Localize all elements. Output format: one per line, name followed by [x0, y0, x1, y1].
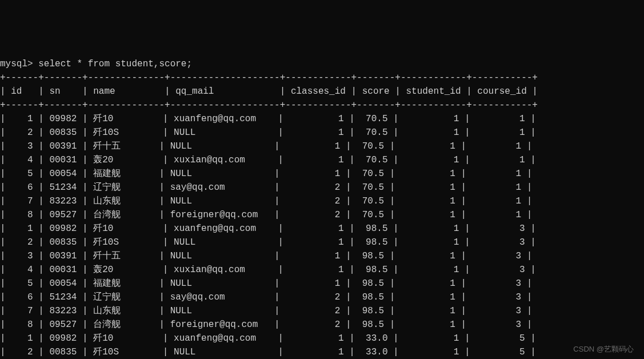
- table-border-mid: +------+-------+--------------+---------…: [0, 98, 644, 112]
- table-row: | 6 | 51234 | 辽宁舰 | say@qq.com | 2 | 98.…: [0, 290, 644, 304]
- watermark-text: CSDN @艺颗码心: [573, 344, 634, 355]
- table-row: | 2 | 00835 | 歼10S | NULL | 1 | 33.0 | 1…: [0, 345, 644, 359]
- table-row: | 5 | 00054 | 福建舰 | NULL | 1 | 70.5 | 1 …: [0, 167, 644, 181]
- table-header-row: | id | sn | name | qq_mail | classes_id …: [0, 85, 644, 98]
- table-row: | 3 | 00391 | 歼十五 | NULL | 1 | 70.5 | 1 …: [0, 139, 644, 153]
- table-row: | 1 | 09982 | 歼10 | xuanfeng@qq.com | 1 …: [0, 332, 644, 345]
- terminal-output: mysql> select * from student,score;+----…: [0, 57, 644, 359]
- table-row: | 4 | 00031 | 轰20 | xuxian@qq.com | 1 | …: [0, 153, 644, 167]
- table-row: | 8 | 09527 | 台湾舰 | foreigner@qq.com | 2…: [0, 208, 644, 222]
- table-row: | 8 | 09527 | 台湾舰 | foreigner@qq.com | 2…: [0, 318, 644, 332]
- table-row: | 6 | 51234 | 辽宁舰 | say@qq.com | 2 | 70.…: [0, 181, 644, 194]
- table-border-top: +------+-------+--------------+---------…: [0, 71, 644, 85]
- mysql-prompt: mysql>: [0, 59, 38, 69]
- table-row: | 5 | 00054 | 福建舰 | NULL | 1 | 98.5 | 1 …: [0, 277, 644, 290]
- sql-query: select * from student,score;: [38, 59, 192, 69]
- table-row: | 2 | 00835 | 歼10S | NULL | 1 | 70.5 | 1…: [0, 126, 644, 139]
- table-row: | 2 | 00835 | 歼10S | NULL | 1 | 98.5 | 1…: [0, 236, 644, 249]
- table-row: | 1 | 09982 | 歼10 | xuanfeng@qq.com | 1 …: [0, 222, 644, 236]
- table-row: | 1 | 09982 | 歼10 | xuanfeng@qq.com | 1 …: [0, 112, 644, 126]
- table-row: | 7 | 83223 | 山东舰 | NULL | 2 | 98.5 | 1 …: [0, 304, 644, 318]
- sql-prompt-line: mysql> select * from student,score;: [0, 57, 644, 71]
- table-row: | 4 | 00031 | 轰20 | xuxian@qq.com | 1 | …: [0, 263, 644, 277]
- table-row: | 7 | 83223 | 山东舰 | NULL | 2 | 70.5 | 1 …: [0, 194, 644, 208]
- table-row: | 3 | 00391 | 歼十五 | NULL | 1 | 98.5 | 1 …: [0, 249, 644, 263]
